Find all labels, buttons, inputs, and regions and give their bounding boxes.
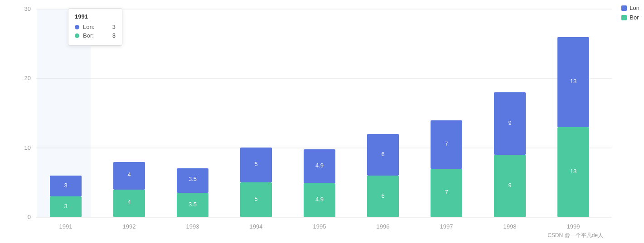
svg-text:4: 4 — [127, 199, 131, 205]
svg-text:1994: 1994 — [250, 223, 263, 230]
tooltip-title: 1991 — [75, 13, 116, 20]
svg-text:9: 9 — [508, 119, 511, 126]
svg-text:1995: 1995 — [313, 223, 326, 230]
svg-text:1997: 1997 — [440, 223, 453, 230]
svg-text:4.9: 4.9 — [315, 162, 324, 169]
tooltip-bor-label: Bor: — [83, 32, 109, 39]
tooltip-lon-label: Lon: — [83, 24, 109, 30]
tooltip-dot-bor — [75, 33, 79, 38]
svg-text:7: 7 — [445, 189, 448, 195]
svg-text:4: 4 — [127, 171, 131, 178]
svg-text:3: 3 — [64, 182, 67, 189]
tooltip-dot-lon — [75, 25, 79, 29]
svg-text:1991: 1991 — [59, 223, 73, 230]
svg-text:5: 5 — [254, 195, 257, 202]
tooltip-row-bor: Bor: 3 — [75, 32, 116, 39]
svg-text:1998: 1998 — [504, 223, 517, 230]
svg-text:13: 13 — [570, 168, 576, 175]
svg-text:0: 0 — [28, 214, 31, 220]
svg-text:7: 7 — [445, 140, 448, 147]
svg-text:1999: 1999 — [567, 223, 580, 230]
chart-tooltip: 1991 Lon: 3 Bor: 3 — [68, 8, 122, 46]
svg-text:1992: 1992 — [123, 223, 136, 230]
svg-text:10: 10 — [24, 144, 31, 151]
svg-text:5: 5 — [254, 161, 257, 167]
svg-text:3: 3 — [64, 203, 67, 210]
svg-text:1996: 1996 — [377, 223, 390, 230]
svg-text:20: 20 — [24, 75, 31, 81]
svg-text:9: 9 — [508, 182, 511, 189]
svg-text:1993: 1993 — [186, 223, 199, 230]
svg-text:3.5: 3.5 — [189, 176, 197, 182]
svg-text:13: 13 — [570, 78, 576, 85]
tooltip-bor-value: 3 — [112, 32, 116, 39]
svg-text:6: 6 — [381, 151, 384, 157]
svg-text:6: 6 — [381, 192, 384, 199]
watermark: CSDN @一个平凡de人 — [547, 232, 603, 239]
tooltip-lon-value: 3 — [112, 24, 116, 30]
svg-text:4.9: 4.9 — [315, 196, 324, 203]
svg-text:3.5: 3.5 — [189, 201, 197, 208]
tooltip-row-lon: Lon: 3 — [75, 24, 116, 30]
chart-container: Lon Bor 30 20 10 0 — [0, 0, 644, 243]
svg-text:30: 30 — [24, 5, 31, 12]
